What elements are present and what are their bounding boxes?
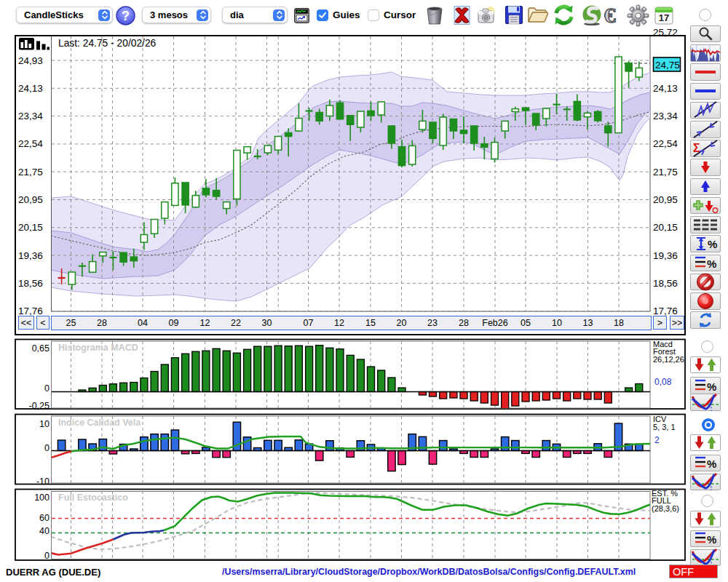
svg-text:24,13: 24,13 xyxy=(18,83,43,94)
svg-text:Indice Calidad Vela: Indice Calidad Vela xyxy=(58,418,141,428)
svg-text:%: % xyxy=(707,380,716,393)
svg-text:17,76: 17,76 xyxy=(653,306,678,316)
svg-text:(28,3,6): (28,3,6) xyxy=(652,504,679,513)
svg-text:21,75: 21,75 xyxy=(18,167,43,178)
svg-text:17,76: 17,76 xyxy=(18,306,43,316)
svg-text:20,15: 20,15 xyxy=(18,222,43,233)
svg-text:20,95: 20,95 xyxy=(653,194,678,205)
svg-text:2: 2 xyxy=(654,435,660,445)
svg-text:24,75: 24,75 xyxy=(655,60,680,71)
svg-text:17: 17 xyxy=(659,12,669,23)
svg-text:Full Estocastico: Full Estocastico xyxy=(58,493,128,503)
svg-text:0: 0 xyxy=(44,551,50,561)
svg-text:19,36: 19,36 xyxy=(653,250,678,261)
svg-text:0,08: 0,08 xyxy=(654,377,672,387)
svg-text:%: % xyxy=(707,458,716,470)
svg-text:%: % xyxy=(707,533,716,546)
svg-text:5, 3, 1: 5, 3, 1 xyxy=(653,423,676,431)
svg-text:%: % xyxy=(708,238,717,250)
svg-text:?: ? xyxy=(122,9,130,23)
svg-text:40: 40 xyxy=(39,526,50,536)
svg-text:€: € xyxy=(604,5,616,25)
svg-text:0,65: 0,65 xyxy=(32,343,50,354)
svg-text:0: 0 xyxy=(44,443,50,453)
svg-text:Σ: Σ xyxy=(693,142,700,154)
svg-text:0: 0 xyxy=(44,383,50,394)
svg-text:-10: -10 xyxy=(36,477,50,487)
svg-text:24,13: 24,13 xyxy=(653,83,678,94)
svg-text:-0,25: -0,25 xyxy=(29,401,50,411)
svg-text:20,15: 20,15 xyxy=(653,222,678,233)
svg-text:100: 100 xyxy=(34,493,50,503)
svg-text:18,56: 18,56 xyxy=(18,278,43,289)
svg-text:%: % xyxy=(707,258,716,270)
svg-text:23,34: 23,34 xyxy=(653,111,678,121)
svg-text:18,56: 18,56 xyxy=(653,278,678,289)
svg-text:60: 60 xyxy=(39,513,50,523)
svg-text:19,36: 19,36 xyxy=(18,250,43,261)
svg-text:Last: 24.75 - 20/02/26: Last: 24.75 - 20/02/26 xyxy=(58,38,157,49)
svg-text:22,54: 22,54 xyxy=(653,138,678,149)
svg-text:20,95: 20,95 xyxy=(18,194,43,205)
svg-text:23,34: 23,34 xyxy=(18,111,43,121)
svg-text:26,12,26: 26,12,26 xyxy=(653,355,684,364)
svg-text:21,75: 21,75 xyxy=(653,167,678,178)
svg-text:Histograma MACD: Histograma MACD xyxy=(58,343,138,353)
svg-text:22,54: 22,54 xyxy=(18,138,43,149)
svg-text:24,93: 24,93 xyxy=(18,55,43,66)
svg-text:10: 10 xyxy=(39,419,50,429)
